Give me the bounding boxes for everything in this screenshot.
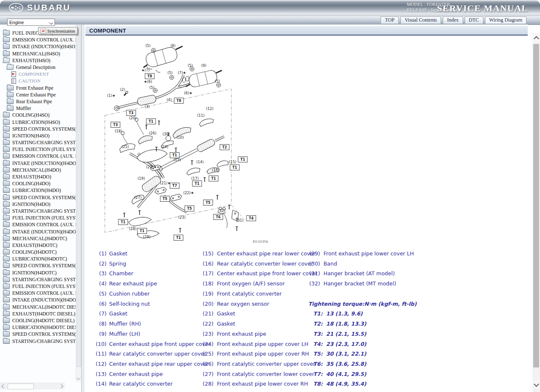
part-name: Hanger bracket (AT model) [323,269,395,278]
diagram-callout: (7)★ [178,71,186,75]
tree-item[interactable]: STARTING/CHARGING SYSTEMS [0,208,76,214]
folder-icon [3,167,10,173]
main-vscroll-thumb[interactable] [533,44,539,367]
tree-item[interactable]: EXHAUST(H4DOTC) [0,242,76,249]
part-number: (22) [202,320,214,328]
tree-item[interactable]: EMISSION CONTROL (AUX. EMIS [0,153,76,159]
sidebar-horizontal-scrollbar[interactable] [0,383,65,389]
tree-item-label: SPEED CONTROL SYSTEMS(H4D [12,263,76,268]
tree-item[interactable]: FUEL INJECTION (FUEL SYSTEM [0,214,76,221]
tree-item[interactable]: COMPONENT [0,71,76,77]
tree-item[interactable]: COOLING(H4SO) [0,112,76,118]
tree-item[interactable]: Front Exhaust Pipe [0,85,76,91]
tree-item[interactable]: FUEL INJECTION (FUEL SYSTEM [0,283,76,290]
diagram-callout: ★(6) [144,79,152,84]
sidebar-scroll-down-icon[interactable] [77,376,81,380]
tree-item[interactable]: INTAKE (INDUCTION)(H4DOTC) [0,228,76,235]
part-name: Rear catalytic converter lower cover [217,260,313,268]
tree-item[interactable]: INTAKE (INDUCTION)(H4SO) [0,43,76,50]
folder-icon [3,222,10,227]
folder-icon [3,263,10,268]
torque-value: 40 (4.1, 29.5) [326,370,366,378]
tree-item[interactable]: SPEED CONTROL SYSTEMS(H4D [0,262,76,269]
tree-item[interactable]: General Description [0,64,76,71]
folder-icon [3,311,10,316]
tree-item[interactable]: LUBRICATION(H4DOTC DIESEL) [0,324,76,331]
part-number: (24) [202,340,214,348]
folder-icon [3,249,10,255]
tree-item[interactable]: MECHANICAL(H4DO) [0,167,76,173]
folder-icon [3,325,10,330]
tree-item[interactable]: STARTING/CHARGING SYSTEMS [0,139,76,146]
tree-item[interactable]: EXHAUST(H4SO) [0,57,76,64]
part-number: (28) [202,380,214,388]
folder-icon [3,304,10,310]
tab-visual-contents[interactable]: Visual Contents [400,16,441,24]
torque-id: T1: [308,310,323,318]
tab-dtc[interactable]: DTC [465,16,483,24]
tree-item[interactable]: LUBRICATION(H4DOTC) [0,255,76,262]
folder-icon [3,188,10,193]
tree-item-label: EMISSION CONTROL (AUX. EMIS [12,291,76,296]
tree-item[interactable]: EXHAUST(H4DOTC DIESEL) [0,310,76,317]
tree-item[interactable]: Muffler [0,105,76,112]
tree-item[interactable]: Center Exhaust Pipe [0,91,76,98]
tree-item-label: LUBRICATION(H4DOTC DIESEL) [12,325,76,330]
tab-index[interactable]: Index [443,16,463,24]
diagram-callout: (30) [162,132,170,136]
diagram-callout: (4) [167,98,172,102]
tree-item[interactable]: Rear Exhaust Pipe [0,98,76,105]
tree-item[interactable]: EMISSION CONTROL (AUX. EMIS [0,290,76,296]
sidebar-hscroll-thumb[interactable] [8,384,34,389]
tab-wiring-diagram[interactable]: Wiring Diagram [485,16,527,24]
tree-item[interactable]: COOLING(H4DOTC) [0,249,76,255]
folder-icon [3,256,10,261]
tree-item[interactable]: IGNITION(H4DO) [0,201,76,208]
service-manual-title: SERVICE MANUAL [437,3,528,14]
engine-select[interactable]: Engine [7,19,55,26]
tree-item[interactable]: INTAKE (INDUCTION)(H4DO) [0,160,76,167]
tree-item[interactable]: COOLING(H4DO) [0,180,76,187]
scroll-up-button[interactable] [532,33,540,42]
tree-item[interactable]: SPEED CONTROL SYSTEMS(H4SO [0,126,76,132]
figure-code: EX-02356 [253,240,268,244]
sidebar-vertical-scrollbar[interactable] [76,25,81,382]
tree-item[interactable]: EMISSION CONTROL (AUX. EMIS [0,221,76,228]
scroll-down-button[interactable] [532,380,540,389]
tree-item[interactable]: STARTING/CHARGING SYSTEMS [0,276,76,283]
tree-item[interactable]: STARTING/CHARGING SYSTEMS [0,337,76,344]
tree-item[interactable]: MECHANICAL(H4DOTC) [0,235,76,242]
tree-item[interactable]: COOLING(H4DOTC DIESEL) [0,317,76,324]
torque-box: T1 [192,181,202,186]
torque-box: T8 [174,98,184,104]
tree-item-label: MECHANICAL(H4DO) [12,167,61,173]
torque-id: T5: [308,350,323,358]
synchronization-button[interactable]: ⇄ Synchronization [38,27,78,35]
folder-icon [3,181,10,186]
tree-item[interactable]: SPEED CONTROL SYSTEMS(H4D [0,194,76,201]
chevron-down-icon [534,381,539,387]
tree-item[interactable]: MECHANICAL(H4SO) [0,50,76,57]
tree-item[interactable]: LUBRICATION(H4SO) [0,118,76,125]
tree-item[interactable]: IGNITION(H4SO) [0,132,76,139]
tree-item-label: FUEL INJECTION (FUEL SYSTEM [12,284,76,289]
tree-item-label: EMISSION CONTROL (AUX. EMIS [12,37,76,42]
part-name: Front catalytic converter upper cover [217,360,315,368]
tree-item[interactable]: EXHAUST(H4DO) [0,173,76,180]
tree-item[interactable]: EMISSION CONTROL (AUX. EMIS [0,36,76,43]
tree-item[interactable]: MECHANICAL(H4DOTC DIESEL) [0,304,76,310]
folder-icon [3,270,10,275]
sidebar-scroll-left-icon[interactable] [2,384,6,389]
tree-item[interactable]: CAUTION [0,77,76,84]
tree-item[interactable]: INTAKE (INDUCTION)(H4DOTC D [0,296,76,303]
tree-item[interactable]: FUEL INJECTION (FUEL SYSTEM [0,146,76,153]
tree-item[interactable]: LUBRICATION(H4DO) [0,187,76,194]
tab-top[interactable]: TOP [381,16,398,24]
main-vertical-scrollbar[interactable] [532,33,540,392]
tree-item[interactable]: SPEED CONTROL SYSTEMS(H4D [0,331,76,337]
sidebar-scroll-right-icon[interactable] [59,384,63,389]
part-name: Front catalytic converter lower cover [217,370,314,378]
tree-item[interactable]: IGNITION(H4DOTC) [0,269,76,276]
tree-item-label: IGNITION(H4DOTC) [12,270,57,275]
sidebar-vscroll-thumb[interactable] [77,25,81,367]
